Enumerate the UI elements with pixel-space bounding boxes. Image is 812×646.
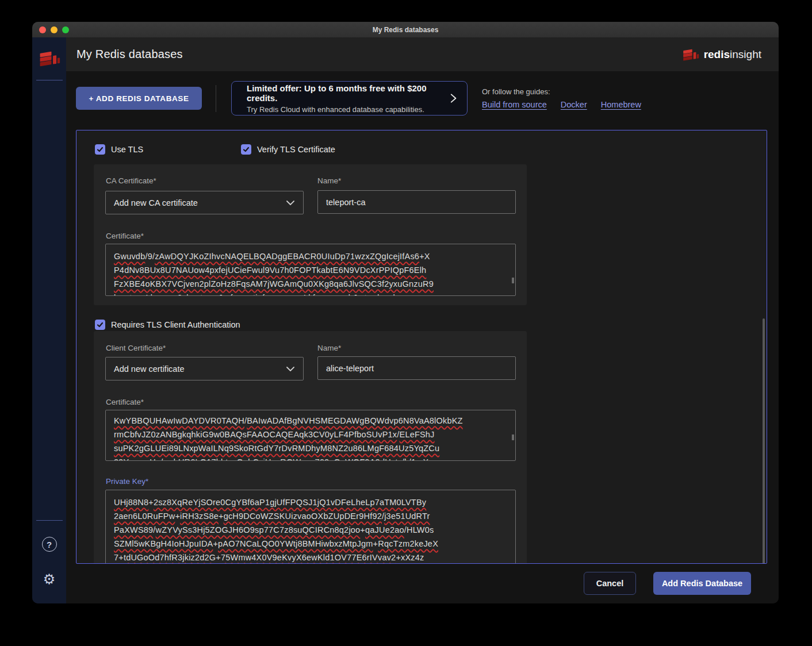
client-name-label: Name* — [317, 344, 341, 352]
offer-banner[interactable]: Limited offer: Up to 6 months free with … — [231, 81, 468, 116]
chevron-down-icon — [286, 200, 295, 206]
brand-wordmark: redisinsight — [704, 48, 761, 61]
offer-subtitle: Try Redis Cloud with enhanced database c… — [247, 105, 449, 114]
panel-scrollbar-thumb[interactable] — [763, 318, 765, 564]
guide-link-docker[interactable]: Docker — [561, 100, 587, 109]
window-title: My Redis databases — [32, 26, 779, 34]
use-tls-checkbox[interactable]: Use TLS — [95, 144, 143, 155]
sidebar-divider-bottom — [36, 520, 63, 521]
close-window-button[interactable] — [39, 26, 46, 33]
offer-title: Limited offer: Up to 6 months free with … — [247, 83, 449, 103]
ca-name-label: Name* — [317, 176, 341, 185]
app-window: My Redis databases ? ⚙ — [32, 22, 779, 603]
app-header: My Redis databases redisinsight — [66, 37, 779, 71]
use-tls-label: Use TLS — [111, 145, 143, 154]
client-certificate-card: Client Certificate* Add new certificate … — [94, 331, 527, 564]
private-key-textarea[interactable]: UHj88N8+2sz8XqReYjSOre0CgYBf6aP1gjUfFPQS… — [105, 490, 516, 564]
guides-label: Or follow the guides: — [482, 87, 641, 96]
checkbox-checked-icon — [95, 320, 105, 330]
main-area: My Redis databases redisinsight + A — [66, 37, 779, 603]
ca-certificate-textarea[interactable]: Gwuvdb/9/zAwDQYJKoZIhvcNAQELBQADggEBACR0… — [105, 244, 516, 296]
ca-certificate-label: CA Certificate* — [106, 176, 156, 185]
sidebar: ? ⚙ — [32, 37, 66, 603]
textarea-scrollbar-thumb[interactable] — [512, 278, 514, 283]
redis-logo-icon — [682, 47, 699, 62]
ca-name-input[interactable] — [317, 190, 516, 214]
brand-insight: insight — [730, 48, 761, 60]
verify-tls-certificate-checkbox[interactable]: Verify TLS Certificate — [241, 144, 335, 155]
client-certificate-textarea[interactable]: KwYBBQUHAwIwDAYDVR0TAQH/BAIwADAfBgNVHSME… — [105, 410, 516, 461]
add-redis-database-button[interactable]: + ADD REDIS DATABASE — [76, 87, 202, 110]
zoom-window-button[interactable] — [62, 26, 69, 33]
sidebar-divider — [36, 80, 63, 80]
redisinsight-brand: redisinsight — [682, 47, 761, 62]
guide-link-build-from-source[interactable]: Build from source — [482, 100, 547, 109]
ca-certificate-select[interactable]: Add new CA certificate — [105, 191, 304, 214]
requires-tls-client-auth-label: Requires TLS Client Authentication — [111, 320, 240, 329]
guide-link-homebrew[interactable]: Homebrew — [601, 100, 641, 109]
settings-gear-icon[interactable]: ⚙ — [43, 572, 56, 586]
textarea-scrollbar-thumb[interactable] — [512, 434, 514, 440]
guides-section: Or follow the guides: Build from source … — [482, 87, 641, 109]
title-bar: My Redis databases — [32, 22, 779, 37]
ca-certificate-card: CA Certificate* Add new CA certificate N… — [94, 164, 527, 305]
requires-tls-client-auth-checkbox[interactable]: Requires TLS Client Authentication — [95, 320, 240, 330]
add-redis-database-submit-button[interactable]: Add Redis Database — [653, 572, 751, 595]
page-title: My Redis databases — [76, 48, 183, 61]
brand-redis: redis — [704, 48, 730, 60]
client-certificate-body-label: Certificate* — [106, 398, 144, 406]
client-certificate-select[interactable]: Add new certificate — [105, 357, 304, 380]
verify-tls-certificate-label: Verify TLS Certificate — [257, 145, 335, 154]
client-certificate-select-value: Add new certificate — [114, 364, 185, 374]
toolbar-divider — [216, 85, 216, 112]
ca-certificate-body-label: Certificate* — [106, 232, 144, 240]
chevron-right-icon — [449, 93, 458, 104]
help-icon[interactable]: ? — [42, 537, 57, 552]
client-certificate-label: Client Certificate* — [106, 344, 166, 352]
tls-form-panel: Use TLS Verify TLS Certificate CA Certif… — [76, 130, 767, 564]
checkbox-checked-icon — [95, 144, 105, 155]
private-key-label: Private Key* — [106, 477, 148, 486]
checkbox-checked-icon — [241, 144, 251, 155]
chevron-down-icon — [286, 366, 295, 372]
cancel-button[interactable]: Cancel — [584, 572, 636, 595]
redis-logo-icon — [39, 48, 60, 68]
client-name-input[interactable] — [317, 356, 516, 380]
minimize-window-button[interactable] — [51, 26, 58, 33]
ca-certificate-select-value: Add new CA certificate — [114, 198, 198, 207]
